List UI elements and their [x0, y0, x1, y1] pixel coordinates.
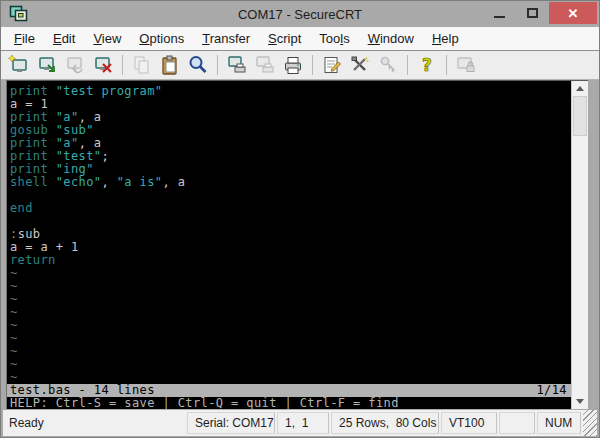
menu-item-options[interactable]: Options	[130, 28, 193, 49]
print-icon[interactable]	[280, 53, 306, 77]
securecrt-window: COM17 - SecureCRT ✕ FileEditViewOptionsT…	[0, 0, 600, 438]
terminal-line: ~	[10, 345, 571, 358]
title-bar[interactable]: COM17 - SecureCRT ✕	[1, 1, 599, 27]
connect-icon[interactable]	[6, 53, 32, 77]
terminal-line: return	[10, 254, 571, 267]
terminal-line: ~	[10, 293, 571, 306]
menu-item-tools[interactable]: Tools	[310, 28, 358, 49]
status-ready: Ready	[3, 410, 185, 436]
paste-icon[interactable]	[157, 53, 183, 77]
terminal-line: end	[10, 202, 571, 215]
down-triangle-icon	[576, 399, 584, 404]
status-serial: Serial: COM17	[187, 412, 275, 434]
terminal-line	[10, 189, 571, 202]
status-emulation: VT100	[441, 412, 497, 434]
terminal-code: print "test program"a = 1print "a", agos…	[7, 81, 571, 384]
minimize-icon	[494, 16, 505, 18]
toolbar-separator	[122, 55, 123, 75]
resize-grip[interactable]	[583, 410, 597, 436]
status-numlock: NUM	[537, 412, 581, 434]
terminal-line: print "a", a	[10, 111, 571, 124]
up-triangle-icon	[576, 86, 584, 91]
maximize-button[interactable]	[516, 2, 549, 24]
menu-item-transfer[interactable]: Transfer	[193, 28, 259, 49]
print-selection-icon	[252, 53, 278, 77]
toolbar-separator	[407, 55, 408, 75]
menu-item-file[interactable]: File	[5, 28, 44, 49]
menu-item-view[interactable]: View	[84, 28, 130, 49]
terminal-line: a = a + 1	[10, 241, 571, 254]
session-options-icon[interactable]	[319, 53, 345, 77]
status-terminal-size: 25 Rows, 80 Cols	[331, 412, 439, 434]
toolbar-separator	[217, 55, 218, 75]
find-icon[interactable]	[185, 53, 211, 77]
minimize-button[interactable]	[483, 2, 516, 24]
terminal-line: ~	[10, 280, 571, 293]
editor-help-line: HELP: Ctrl-S = save | Ctrl-Q = quit | Ct…	[7, 397, 571, 409]
lock-terminal-icon	[453, 53, 479, 77]
global-options-icon[interactable]	[347, 53, 373, 77]
close-icon: ✕	[568, 6, 579, 21]
key-exchange-icon	[375, 53, 401, 77]
menu-item-script[interactable]: Script	[259, 28, 310, 49]
scrollbar-down-arrow[interactable]	[572, 394, 588, 409]
terminal-line: ~	[10, 319, 571, 332]
terminal-line: ~	[10, 358, 571, 371]
quick-connect-icon[interactable]	[34, 53, 60, 77]
help-icon[interactable]: ?	[414, 53, 440, 77]
disconnect-icon[interactable]	[90, 53, 116, 77]
terminal-line	[10, 215, 571, 228]
app-icon	[9, 5, 29, 23]
menu-bar: FileEditViewOptionsTransferScriptToolsWi…	[1, 27, 599, 51]
menu-item-window[interactable]: Window	[359, 28, 423, 49]
print-screen-icon[interactable]	[224, 53, 250, 77]
scrollbar-up-arrow[interactable]	[572, 81, 588, 96]
terminal-line: print "test";	[10, 150, 571, 163]
terminal-screen[interactable]: print "test program"a = 1print "a", agos…	[7, 81, 571, 409]
maximize-icon	[527, 8, 538, 18]
status-cursor-position: 1, 1	[277, 412, 329, 434]
scrollbar-track[interactable]	[572, 96, 588, 394]
terminal-line: shell "echo", "a is", a	[10, 176, 571, 189]
terminal-line: ~	[10, 267, 571, 280]
terminal-scrollbar[interactable]	[571, 81, 588, 409]
close-button[interactable]: ✕	[549, 2, 597, 24]
toolbar: ?	[1, 51, 599, 80]
terminal-area: print "test program"a = 1print "a", agos…	[6, 80, 588, 409]
svg-text:?: ?	[422, 55, 432, 75]
copy-icon	[129, 53, 155, 77]
reconnect-icon	[62, 53, 88, 77]
toolbar-separator	[312, 55, 313, 75]
terminal-line: ~	[10, 332, 571, 345]
status-extra	[499, 412, 535, 434]
terminal-line: print "test program"	[10, 85, 571, 98]
menu-item-help[interactable]: Help	[423, 28, 468, 49]
terminal-line: :sub	[10, 228, 571, 241]
editor-line-position: 1/14	[537, 384, 568, 397]
toolbar-separator	[446, 55, 447, 75]
menu-item-edit[interactable]: Edit	[44, 28, 84, 49]
terminal-line: ~	[10, 306, 571, 319]
status-bar: Ready Serial: COM17 1, 1 25 Rows, 80 Col…	[3, 410, 597, 436]
scrollbar-thumb[interactable]	[573, 96, 587, 136]
